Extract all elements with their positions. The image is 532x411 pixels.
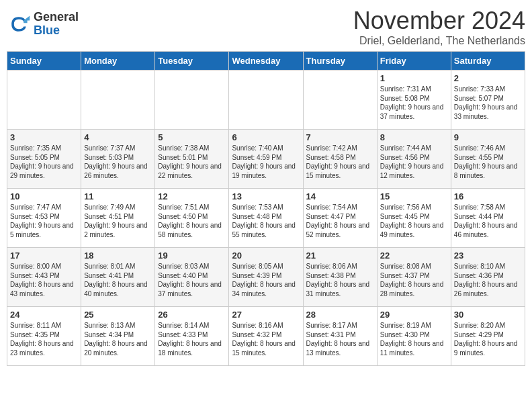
calendar-cell: 21Sunrise: 8:06 AM Sunset: 4:38 PM Dayli…	[303, 248, 377, 307]
logo-blue-text: Blue	[34, 24, 79, 38]
day-info: Sunrise: 7:54 AM Sunset: 4:47 PM Dayligh…	[306, 203, 374, 239]
day-info: Sunrise: 7:44 AM Sunset: 4:56 PM Dayligh…	[380, 144, 448, 180]
day-number: 6	[232, 132, 300, 142]
calendar-cell: 20Sunrise: 8:05 AM Sunset: 4:39 PM Dayli…	[229, 248, 303, 307]
calendar-cell: 9Sunrise: 7:46 AM Sunset: 4:55 PM Daylig…	[451, 130, 525, 189]
calendar-cell: 5Sunrise: 7:38 AM Sunset: 5:01 PM Daylig…	[155, 130, 229, 189]
calendar-cell: 28Sunrise: 8:17 AM Sunset: 4:31 PM Dayli…	[303, 307, 377, 366]
calendar-cell: 4Sunrise: 7:37 AM Sunset: 5:03 PM Daylig…	[81, 130, 155, 189]
day-info: Sunrise: 8:10 AM Sunset: 4:36 PM Dayligh…	[454, 262, 522, 298]
calendar-cell: 2Sunrise: 7:33 AM Sunset: 5:07 PM Daylig…	[451, 71, 525, 130]
calendar-cell: 27Sunrise: 8:16 AM Sunset: 4:32 PM Dayli…	[229, 307, 303, 366]
header-monday: Monday	[81, 52, 155, 71]
calendar-cell: 25Sunrise: 8:13 AM Sunset: 4:34 PM Dayli…	[81, 307, 155, 366]
calendar-cell: 8Sunrise: 7:44 AM Sunset: 4:56 PM Daylig…	[377, 130, 451, 189]
calendar-cell	[155, 71, 229, 130]
day-info: Sunrise: 7:51 AM Sunset: 4:50 PM Dayligh…	[158, 203, 226, 239]
day-number: 26	[158, 310, 226, 320]
day-number: 10	[10, 191, 78, 201]
day-number: 12	[158, 191, 226, 201]
day-info: Sunrise: 8:20 AM Sunset: 4:29 PM Dayligh…	[454, 321, 522, 357]
header-wednesday: Wednesday	[229, 52, 303, 71]
month-title: November 2024	[353, 7, 525, 35]
day-info: Sunrise: 7:31 AM Sunset: 5:08 PM Dayligh…	[380, 85, 448, 121]
calendar-cell: 22Sunrise: 8:08 AM Sunset: 4:37 PM Dayli…	[377, 248, 451, 307]
calendar-cell: 15Sunrise: 7:56 AM Sunset: 4:45 PM Dayli…	[377, 189, 451, 248]
calendar-cell	[229, 71, 303, 130]
logo-general-text: General	[34, 11, 79, 24]
week-row-0: 1Sunrise: 7:31 AM Sunset: 5:08 PM Daylig…	[7, 71, 525, 130]
calendar-cell: 7Sunrise: 7:42 AM Sunset: 4:58 PM Daylig…	[303, 130, 377, 189]
header-sunday: Sunday	[7, 52, 81, 71]
calendar-cell: 10Sunrise: 7:47 AM Sunset: 4:53 PM Dayli…	[7, 189, 81, 248]
week-row-3: 17Sunrise: 8:00 AM Sunset: 4:43 PM Dayli…	[7, 248, 525, 307]
day-number: 20	[232, 250, 300, 261]
day-info: Sunrise: 7:47 AM Sunset: 4:53 PM Dayligh…	[10, 203, 78, 239]
calendar-cell: 11Sunrise: 7:49 AM Sunset: 4:51 PM Dayli…	[81, 189, 155, 248]
day-number: 8	[380, 132, 448, 142]
header-tuesday: Tuesday	[155, 52, 229, 71]
day-info: Sunrise: 8:06 AM Sunset: 4:38 PM Dayligh…	[306, 262, 374, 298]
calendar-cell: 23Sunrise: 8:10 AM Sunset: 4:36 PM Dayli…	[451, 248, 525, 307]
calendar-cell	[81, 71, 155, 130]
day-number: 24	[10, 310, 78, 320]
calendar-cell: 19Sunrise: 8:03 AM Sunset: 4:40 PM Dayli…	[155, 248, 229, 307]
location-title: Driel, Gelderland, The Netherlands	[353, 35, 525, 47]
header-thursday: Thursday	[303, 52, 377, 71]
day-number: 11	[84, 191, 152, 201]
calendar-cell: 13Sunrise: 7:53 AM Sunset: 4:48 PM Dayli…	[229, 189, 303, 248]
calendar-cell: 14Sunrise: 7:54 AM Sunset: 4:47 PM Dayli…	[303, 189, 377, 248]
day-number: 30	[454, 310, 522, 320]
calendar-header-row: SundayMondayTuesdayWednesdayThursdayFrid…	[7, 52, 525, 71]
week-row-2: 10Sunrise: 7:47 AM Sunset: 4:53 PM Dayli…	[7, 189, 525, 248]
day-number: 3	[10, 132, 78, 142]
calendar-cell: 1Sunrise: 7:31 AM Sunset: 5:08 PM Daylig…	[377, 71, 451, 130]
calendar-cell: 30Sunrise: 8:20 AM Sunset: 4:29 PM Dayli…	[451, 307, 525, 366]
day-info: Sunrise: 7:38 AM Sunset: 5:01 PM Dayligh…	[158, 144, 226, 180]
day-number: 5	[158, 132, 226, 142]
day-info: Sunrise: 7:58 AM Sunset: 4:44 PM Dayligh…	[454, 203, 522, 239]
calendar-cell: 24Sunrise: 8:11 AM Sunset: 4:35 PM Dayli…	[7, 307, 81, 366]
day-info: Sunrise: 8:13 AM Sunset: 4:34 PM Dayligh…	[84, 321, 152, 357]
calendar-table: SundayMondayTuesdayWednesdayThursdayFrid…	[7, 51, 525, 366]
day-info: Sunrise: 8:11 AM Sunset: 4:35 PM Dayligh…	[10, 321, 78, 357]
day-number: 16	[454, 191, 522, 201]
page-header: General Blue November 2024 Driel, Gelder…	[7, 7, 525, 47]
header-friday: Friday	[377, 52, 451, 71]
calendar-cell: 12Sunrise: 7:51 AM Sunset: 4:50 PM Dayli…	[155, 189, 229, 248]
day-info: Sunrise: 7:53 AM Sunset: 4:48 PM Dayligh…	[232, 203, 300, 239]
day-number: 22	[380, 250, 448, 261]
logo-text: General Blue	[34, 11, 79, 38]
day-info: Sunrise: 8:17 AM Sunset: 4:31 PM Dayligh…	[306, 321, 374, 357]
day-number: 1	[380, 73, 448, 83]
day-number: 14	[306, 191, 374, 201]
day-number: 15	[380, 191, 448, 201]
logo-icon	[7, 12, 31, 36]
week-row-1: 3Sunrise: 7:35 AM Sunset: 5:05 PM Daylig…	[7, 130, 525, 189]
header-saturday: Saturday	[451, 52, 525, 71]
logo: General Blue	[7, 11, 79, 38]
day-number: 21	[306, 250, 374, 261]
day-number: 23	[454, 250, 522, 261]
day-info: Sunrise: 8:05 AM Sunset: 4:39 PM Dayligh…	[232, 262, 300, 298]
day-number: 28	[306, 310, 374, 320]
day-number: 2	[454, 73, 522, 83]
day-info: Sunrise: 7:40 AM Sunset: 4:59 PM Dayligh…	[232, 144, 300, 180]
day-info: Sunrise: 8:16 AM Sunset: 4:32 PM Dayligh…	[232, 321, 300, 357]
day-number: 27	[232, 310, 300, 320]
day-info: Sunrise: 7:56 AM Sunset: 4:45 PM Dayligh…	[380, 203, 448, 239]
calendar-cell	[303, 71, 377, 130]
day-info: Sunrise: 8:01 AM Sunset: 4:41 PM Dayligh…	[84, 262, 152, 298]
day-info: Sunrise: 8:19 AM Sunset: 4:30 PM Dayligh…	[380, 321, 448, 357]
calendar-cell: 26Sunrise: 8:14 AM Sunset: 4:33 PM Dayli…	[155, 307, 229, 366]
day-info: Sunrise: 7:37 AM Sunset: 5:03 PM Dayligh…	[84, 144, 152, 180]
day-number: 9	[454, 132, 522, 142]
day-number: 17	[10, 250, 78, 261]
calendar-cell: 29Sunrise: 8:19 AM Sunset: 4:30 PM Dayli…	[377, 307, 451, 366]
calendar-cell: 3Sunrise: 7:35 AM Sunset: 5:05 PM Daylig…	[7, 130, 81, 189]
calendar-cell: 17Sunrise: 8:00 AM Sunset: 4:43 PM Dayli…	[7, 248, 81, 307]
day-info: Sunrise: 7:49 AM Sunset: 4:51 PM Dayligh…	[84, 203, 152, 239]
day-number: 7	[306, 132, 374, 142]
day-number: 29	[380, 310, 448, 320]
day-info: Sunrise: 8:14 AM Sunset: 4:33 PM Dayligh…	[158, 321, 226, 357]
